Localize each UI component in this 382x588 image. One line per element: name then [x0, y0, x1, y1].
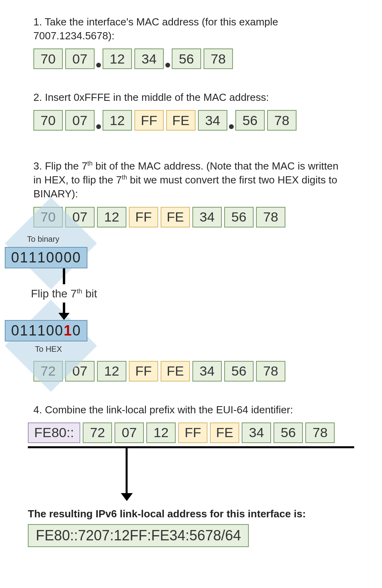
mac-byte: 07	[114, 422, 144, 443]
step4-bytes-row: FE80:: 72 07 12 FF FE 34 56 78	[28, 422, 382, 443]
mac-byte: 07	[65, 110, 95, 131]
mac-byte: 12	[103, 48, 132, 69]
dot-separator	[229, 124, 234, 129]
mac-byte: 34	[242, 422, 271, 443]
mac-byte: 34	[192, 361, 222, 382]
step3-bytes-after-row: 72 07 12 FF FE 34 56 78	[33, 361, 382, 382]
inserted-byte: FE	[161, 207, 190, 227]
step1-bytes-row: 70 07 12 34 56 78	[33, 48, 382, 69]
mac-byte: 78	[305, 422, 335, 443]
dot-separator	[165, 63, 170, 67]
flip-arrow-group: Flip the 7th bit	[14, 268, 114, 320]
step3-text: 3. Flip the 7th bit of the MAC address. …	[33, 159, 347, 201]
step1-text: 1. Take the interface's MAC address (for…	[33, 15, 347, 43]
bin-after-prefix: 011100	[11, 322, 64, 339]
inserted-byte: FF	[178, 422, 207, 443]
mac-byte: 12	[97, 361, 126, 382]
inserted-byte: FE	[161, 361, 190, 382]
arrow-down-icon	[58, 313, 70, 320]
inserted-byte: FE	[210, 422, 239, 443]
mac-byte: 56	[172, 48, 201, 69]
mac-byte: 12	[97, 207, 126, 227]
mac-byte: 56	[235, 110, 265, 131]
arrow-down-icon	[121, 493, 133, 501]
inserted-byte: FE	[166, 110, 196, 131]
flip-label-part: Flip the 7	[31, 287, 77, 300]
mac-byte: 78	[256, 207, 285, 227]
inserted-byte: FF	[129, 207, 158, 227]
arrow-stem	[63, 303, 65, 314]
to-hex-label: To HEX	[35, 341, 382, 361]
mac-byte: 78	[204, 48, 233, 69]
mac-byte: 07	[65, 48, 95, 69]
mac-byte: 34	[192, 207, 222, 227]
bin-after-suffix: 0	[72, 322, 81, 339]
link-local-prefix: FE80::	[28, 422, 80, 443]
binary-after: 01110010	[5, 320, 87, 341]
arrow-stem	[63, 268, 65, 284]
step3-bytes-before-row: 70 07 12 FF FE 34 56 78	[33, 207, 382, 227]
to-binary-label: To binary	[27, 227, 382, 247]
flip-label-part: bit	[82, 287, 97, 300]
combine-arrow-group	[28, 446, 354, 448]
result-title: The resulting IPv6 link-local address fo…	[28, 508, 382, 520]
mac-byte: 70	[33, 48, 63, 69]
mac-byte: 70	[33, 110, 63, 131]
horizontal-bar	[28, 446, 354, 448]
mac-byte: 72	[83, 422, 112, 443]
flipped-bit: 1	[64, 322, 72, 339]
mac-byte: 78	[267, 110, 297, 131]
dot-separator	[96, 63, 101, 67]
mac-byte: 34	[198, 110, 227, 131]
eui64-diagram: 1. Take the interface's MAC address (for…	[0, 0, 382, 563]
step2-text: 2. Insert 0xFFFE in the middle of the MA…	[33, 91, 347, 104]
mac-byte: 12	[146, 422, 176, 443]
binary-conversion-area: To binary 01110000 Flip the 7th bit 0111…	[2, 227, 382, 361]
step2-bytes-row: 70 07 12 FF FE 34 56 78	[33, 110, 382, 131]
mac-byte: 56	[273, 422, 303, 443]
mac-byte: 34	[134, 48, 164, 69]
inserted-byte: FF	[134, 110, 164, 131]
mac-byte: 78	[256, 361, 285, 382]
dot-separator	[96, 124, 101, 129]
binary-before: 01110000	[5, 247, 87, 268]
mac-byte: 12	[103, 110, 132, 131]
mac-byte: 56	[224, 361, 254, 382]
result-address: FE80::7207:12FF:FE34:5678/64	[28, 524, 249, 547]
step3-text-part: 3. Flip the 7	[33, 160, 87, 172]
flip-bit-label: Flip the 7th bit	[31, 287, 97, 300]
step4-text: 4. Combine the link-local prefix with th…	[33, 403, 347, 417]
mac-byte: 56	[224, 207, 254, 227]
arrow-stem	[126, 446, 128, 494]
inserted-byte: FF	[129, 361, 158, 382]
